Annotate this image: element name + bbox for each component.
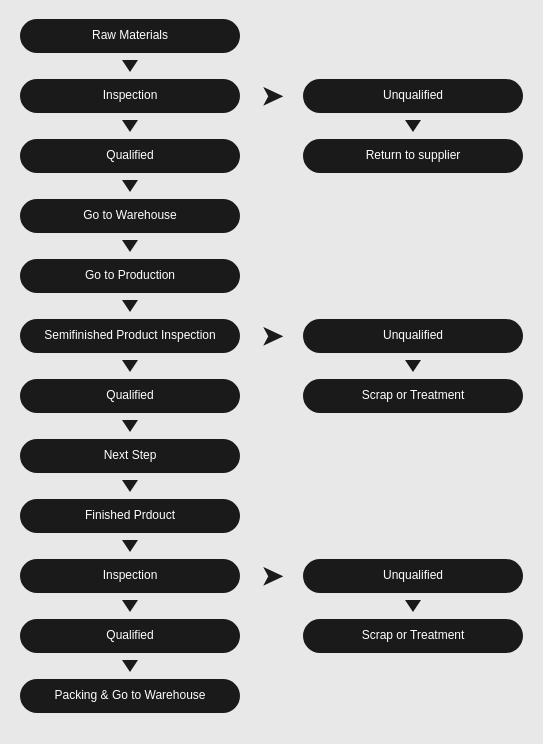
arrow-down-3: [122, 180, 138, 192]
arrow-down-6: [122, 360, 138, 372]
arrow-down-1: [122, 60, 138, 72]
node-inspection-2: Inspection: [20, 559, 240, 593]
node-finished-product: Finished Prdouct: [20, 499, 240, 533]
arrow-down-7: [122, 420, 138, 432]
node-raw-materials: Raw Materials: [20, 19, 240, 53]
node-unqualified-3: Unqualified: [303, 559, 523, 593]
arrow-down-10: [122, 600, 138, 612]
arrow-down-r1: [405, 120, 421, 132]
node-go-production: Go to Production: [20, 259, 240, 293]
arrow-down-r2: [405, 360, 421, 372]
node-go-warehouse: Go to Warehouse: [20, 199, 240, 233]
arrow-right-3: ➤: [261, 561, 283, 592]
arrow-right-2: ➤: [261, 321, 283, 352]
flow-diagram: Raw Materials Inspection ➤ Unqualified Q…: [0, 10, 543, 722]
node-qualified-1: Qualified: [20, 139, 240, 173]
arrow-down-4: [122, 240, 138, 252]
node-packing: Packing & Go to Warehouse: [20, 679, 240, 713]
node-return-supplier: Return to supplier: [303, 139, 523, 173]
node-scrap-treatment-2: Scrap or Treatment: [303, 619, 523, 653]
arrow-down-8: [122, 480, 138, 492]
node-next-step: Next Step: [20, 439, 240, 473]
node-scrap-treatment-1: Scrap or Treatment: [303, 379, 523, 413]
node-inspection-1: Inspection: [20, 79, 240, 113]
node-unqualified-2: Unqualified: [303, 319, 523, 353]
arrow-down-2: [122, 120, 138, 132]
node-qualified-3: Qualified: [20, 619, 240, 653]
arrow-down-r3: [405, 600, 421, 612]
arrow-down-11: [122, 660, 138, 672]
node-semi-inspection: Semifinished Product Inspection: [20, 319, 240, 353]
node-qualified-2: Qualified: [20, 379, 240, 413]
arrow-right-1: ➤: [261, 81, 283, 112]
arrow-down-9: [122, 540, 138, 552]
arrow-down-5: [122, 300, 138, 312]
node-unqualified-1: Unqualified: [303, 79, 523, 113]
